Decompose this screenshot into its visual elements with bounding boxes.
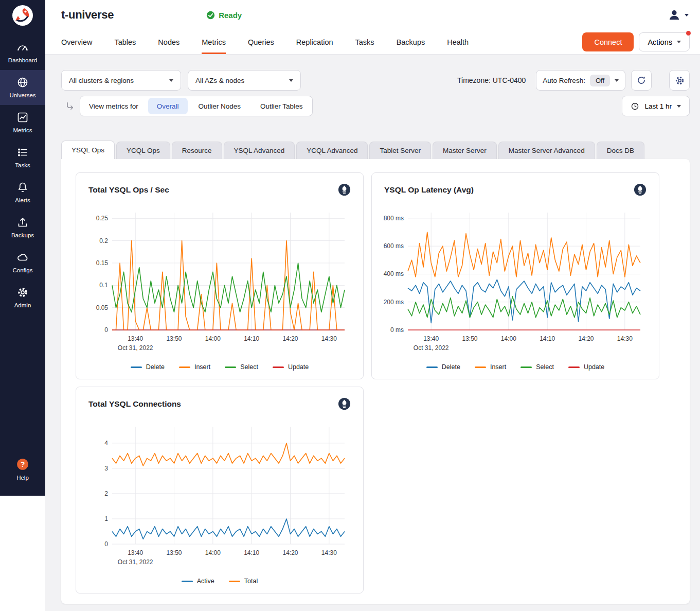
legend-item-update[interactable]: Update [568,363,604,371]
metric-tab-ysql-ops[interactable]: YSQL Ops [61,141,115,159]
connect-button[interactable]: Connect [582,32,634,51]
legend-item-active[interactable]: Active [182,578,214,585]
chart-legend: DeleteInsertSelectUpdate [382,363,649,373]
sidebar-item-tasks[interactable]: Tasks [0,140,45,175]
metric-tab-ysql-advanced[interactable]: YSQL Advanced [224,142,295,159]
settings-button[interactable] [669,70,690,91]
chevron-down-icon [615,79,619,82]
prometheus-icon[interactable] [634,183,647,196]
nav-actions: Connect Actions [582,32,690,51]
sidebar-item-admin[interactable]: Admin [0,280,45,315]
refresh-button[interactable] [631,70,652,91]
sidebar-item-label: Configs [0,267,45,273]
legend-label: Active [197,578,214,585]
time-range-button[interactable]: Last 1 hr [622,96,690,116]
tab-metrics[interactable]: Metrics [202,30,226,54]
universe-nav: Overview Tables Nodes Metrics Queries Re… [45,30,700,55]
legend-item-total[interactable]: Total [229,578,258,585]
tab-tasks[interactable]: Tasks [355,30,374,54]
legend-label: Update [584,363,604,371]
svg-text:14:20: 14:20 [579,335,594,342]
svg-text:?: ? [21,460,25,468]
user-menu[interactable] [668,8,689,22]
legend-swatch [426,366,438,368]
prometheus-icon[interactable] [338,397,351,410]
user-avatar-icon [668,8,681,22]
logo-icon [11,4,34,27]
legend-swatch [520,366,532,368]
backups-icon [0,216,45,229]
metric-tab-docs-db[interactable]: Docs DB [597,142,644,159]
line-chart-ysql-op-latency: 13:40Oct 31, 202213:5014:0014:1014:2014:… [382,208,649,355]
legend-label: Select [536,363,554,371]
tab-queries[interactable]: Queries [248,30,274,54]
tab-replication[interactable]: Replication [296,30,333,54]
tab-tables[interactable]: Tables [114,30,136,54]
legend-swatch [229,581,240,582]
refresh-icon [636,75,647,85]
prometheus-icon[interactable] [338,183,351,196]
time-range-value: Last 1 hr [644,102,672,110]
svg-text:14:30: 14:30 [321,335,337,342]
legend-swatch [475,366,486,368]
legend-item-insert[interactable]: Insert [475,363,506,371]
metric-tab-ycql-advanced[interactable]: YCQL Advanced [296,142,368,159]
sidebar-item-configs[interactable]: Configs [0,245,45,280]
metric-tab-ycql-ops[interactable]: YCQL Ops [116,142,170,159]
sidebar-item-universes[interactable]: Universes [0,70,45,105]
legend-item-insert[interactable]: Insert [179,363,210,371]
tab-health[interactable]: Health [447,30,469,54]
sidebar-item-backups[interactable]: Backups [0,210,45,245]
chart-svg: 13:40Oct 31, 202213:5014:0014:1014:2014:… [86,423,352,569]
view-metrics-option-overall[interactable]: Overall [148,98,188,114]
metric-tab-master-server[interactable]: Master Server [433,142,497,159]
legend-item-update[interactable]: Update [273,363,309,371]
view-metrics-option-outlier-tables[interactable]: Outlier Tables [252,98,311,114]
cluster-region-select[interactable]: All clusters & regions [61,70,181,91]
svg-text:800 ms: 800 ms [384,214,404,221]
metric-tab-resource[interactable]: Resource [172,142,222,159]
main-area: t-universe Ready Overview Tables Nodes [45,0,700,611]
svg-text:0: 0 [104,326,108,334]
sidebar-item-dashboard[interactable]: Dashboard [0,35,45,70]
metric-tab-master-server-advanced[interactable]: Master Server Advanced [498,142,595,159]
view-metrics-option-outlier-nodes[interactable]: Outlier Nodes [190,98,250,114]
svg-text:14:30: 14:30 [321,549,337,556]
sidebar: Dashboard Universes Metrics [0,0,45,496]
filters-row: All clusters & regions All AZs & nodes T… [61,70,690,91]
az-node-select[interactable]: All AZs & nodes [188,70,301,91]
chevron-down-icon [677,105,681,108]
chart-legend: DeleteInsertSelectUpdate [86,363,353,373]
legend-item-delete[interactable]: Delete [131,363,165,371]
actions-button[interactable]: Actions [639,32,690,51]
legend-item-select[interactable]: Select [225,363,258,371]
auto-refresh-control[interactable]: Auto Refresh: Off [536,70,625,91]
az-node-value: All AZs & nodes [195,77,244,84]
legend-swatch [273,366,284,368]
sidebar-item-label: Backups [0,232,45,238]
legend-swatch [568,366,580,368]
tab-backups[interactable]: Backups [397,30,425,54]
timezone-label: Timezone: UTC-0400 [457,76,526,84]
svg-text:1: 1 [104,515,108,522]
sidebar-item-help[interactable]: ? Help [0,451,45,487]
legend-swatch [179,366,190,368]
tab-nodes[interactable]: Nodes [158,30,180,54]
alerts-icon [0,181,45,194]
legend-label: Update [288,363,309,371]
legend-swatch [182,581,193,582]
svg-text:2: 2 [104,490,108,497]
chart-svg: 13:40Oct 31, 202213:5014:0014:1014:2014:… [86,208,352,355]
app-logo[interactable] [11,4,34,29]
legend-item-select[interactable]: Select [520,363,554,371]
legend-item-delete[interactable]: Delete [426,363,460,371]
chevron-down-icon [169,79,173,82]
svg-text:200 ms: 200 ms [384,298,404,305]
sidebar-item-metrics[interactable]: Metrics [0,105,45,140]
svg-text:0.1: 0.1 [99,282,108,289]
chart-header: YSQL Op Latency (Avg) [382,180,649,196]
metric-tab-tablet-server[interactable]: Tablet Server [369,142,431,159]
sidebar-item-alerts[interactable]: Alerts [0,175,45,210]
tab-overview[interactable]: Overview [61,30,92,54]
chart-card-total-ysql-connections: Total YSQL Connections 13:40Oct 31, [76,387,364,593]
